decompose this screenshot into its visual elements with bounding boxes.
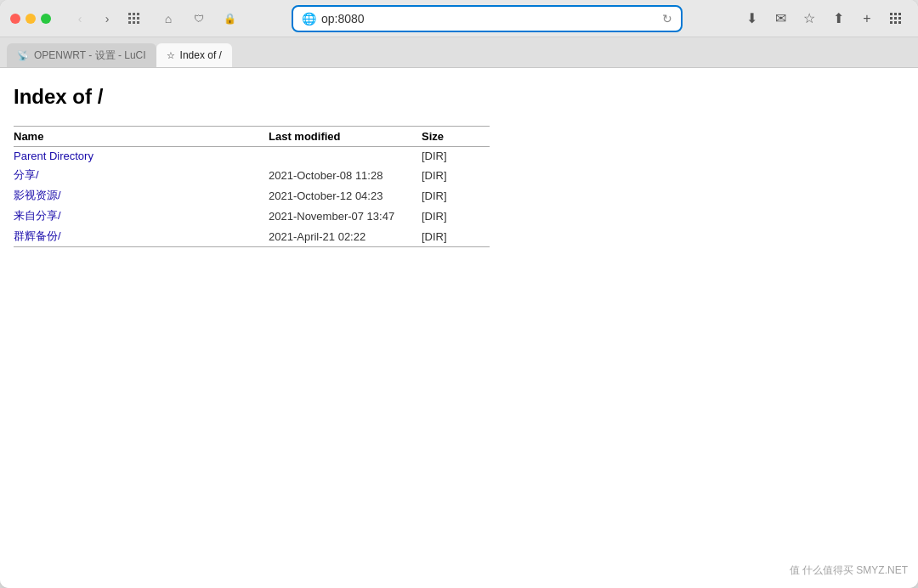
- svg-rect-5: [137, 17, 139, 20]
- svg-rect-2: [137, 13, 139, 15]
- dir-name-cell: Parent Directory: [14, 147, 269, 166]
- back-button[interactable]: ‹: [68, 7, 92, 31]
- address-input[interactable]: [321, 12, 657, 25]
- forward-button[interactable]: ›: [95, 7, 119, 31]
- svg-rect-11: [898, 13, 901, 15]
- privacy-button[interactable]: 🔒: [218, 7, 241, 31]
- dir-link[interactable]: 分享/: [14, 168, 39, 181]
- share-button[interactable]: ⬆: [826, 7, 850, 31]
- traffic-lights: [10, 14, 51, 24]
- svg-rect-3: [128, 17, 131, 20]
- tab-index-label: Index of /: [180, 49, 222, 61]
- svg-rect-16: [894, 21, 897, 24]
- svg-rect-0: [128, 13, 131, 15]
- dir-link[interactable]: 群辉备份/: [14, 229, 61, 242]
- extensions-button[interactable]: [884, 7, 908, 31]
- dir-modified-cell: [269, 147, 422, 166]
- dir-size-cell: [DIR]: [422, 206, 490, 226]
- page-title: Index of /: [14, 85, 901, 109]
- dir-name-cell: 来自分享/: [14, 206, 269, 226]
- mail-button[interactable]: ✉: [768, 7, 792, 31]
- tab-bar: 📡 OPENWRT - 设置 - LuCI ☆ Index of /: [0, 37, 918, 68]
- svg-rect-7: [133, 21, 135, 24]
- bookmark-button[interactable]: ☆: [797, 7, 821, 31]
- svg-rect-10: [894, 13, 897, 15]
- tab-openwrt-label: OPENWRT - 设置 - LuCI: [34, 48, 146, 63]
- dir-link[interactable]: 影视资源/: [14, 189, 61, 201]
- dir-modified-cell: 2021-November-07 13:47: [269, 206, 422, 226]
- svg-rect-6: [128, 21, 131, 24]
- maximize-button[interactable]: [41, 14, 51, 24]
- svg-rect-13: [894, 17, 897, 20]
- minimize-button[interactable]: [26, 14, 36, 24]
- home-button[interactable]: ⌂: [156, 7, 180, 31]
- svg-rect-4: [133, 17, 135, 20]
- dir-modified-cell: 2021-October-08 11:28: [269, 165, 422, 185]
- dir-link[interactable]: 来自分享/: [14, 209, 61, 222]
- tab-index[interactable]: ☆ Index of /: [156, 43, 232, 67]
- svg-rect-17: [898, 21, 901, 24]
- svg-rect-1: [133, 13, 135, 15]
- title-bar: ‹ › ⌂ 🛡 🔒 🌐 ↻ ⬇ ✉ ☆ ⬆ +: [0, 0, 918, 37]
- directory-table: Name Last modified Size Parent Directory…: [14, 126, 490, 247]
- dir-name-cell: 分享/: [14, 165, 269, 185]
- dir-size-cell: [DIR]: [422, 226, 490, 247]
- table-row: Parent Directory[DIR]: [14, 147, 490, 166]
- svg-rect-9: [890, 13, 892, 15]
- dir-modified-cell: 2021-April-21 02:22: [269, 226, 422, 247]
- shield-button[interactable]: 🛡: [187, 7, 211, 31]
- tab-index-icon: ☆: [167, 50, 175, 61]
- table-row: 来自分享/2021-November-07 13:47[DIR]: [14, 206, 490, 226]
- page-content: Index of / Name Last modified Size Paren…: [0, 68, 918, 588]
- dir-size-cell: [DIR]: [422, 185, 490, 206]
- col-header-size: Size: [422, 127, 490, 147]
- download-button[interactable]: ⬇: [740, 7, 763, 31]
- dir-modified-cell: 2021-October-12 04:23: [269, 185, 422, 206]
- dir-size-cell: [DIR]: [422, 147, 490, 166]
- new-tab-button[interactable]: +: [855, 7, 879, 31]
- table-row: 影视资源/2021-October-12 04:23[DIR]: [14, 185, 490, 206]
- grid-button[interactable]: [122, 7, 146, 31]
- browser-window: ‹ › ⌂ 🛡 🔒 🌐 ↻ ⬇ ✉ ☆ ⬆ +: [0, 0, 918, 588]
- table-row: 群辉备份/2021-April-21 02:22[DIR]: [14, 226, 490, 247]
- tab-openwrt-icon: 📡: [17, 50, 29, 61]
- svg-rect-12: [890, 17, 892, 20]
- tab-openwrt[interactable]: 📡 OPENWRT - 设置 - LuCI: [7, 43, 156, 67]
- svg-rect-8: [137, 21, 139, 24]
- svg-rect-14: [898, 17, 901, 20]
- svg-rect-15: [890, 21, 892, 24]
- address-bar[interactable]: 🌐 ↻: [292, 5, 683, 32]
- dir-link[interactable]: Parent Directory: [14, 150, 94, 162]
- close-button[interactable]: [10, 14, 20, 24]
- col-header-name: Name: [14, 127, 269, 147]
- toolbar-right: ⬇ ✉ ☆ ⬆ +: [740, 7, 908, 31]
- dir-name-cell: 群辉备份/: [14, 226, 269, 247]
- window-controls: ‹ ›: [68, 7, 146, 31]
- table-row: 分享/2021-October-08 11:28[DIR]: [14, 165, 490, 185]
- globe-icon: 🌐: [302, 12, 316, 25]
- dir-name-cell: 影视资源/: [14, 185, 269, 206]
- reload-button[interactable]: ↻: [662, 12, 672, 25]
- col-header-modified: Last modified: [269, 127, 422, 147]
- dir-size-cell: [DIR]: [422, 165, 490, 185]
